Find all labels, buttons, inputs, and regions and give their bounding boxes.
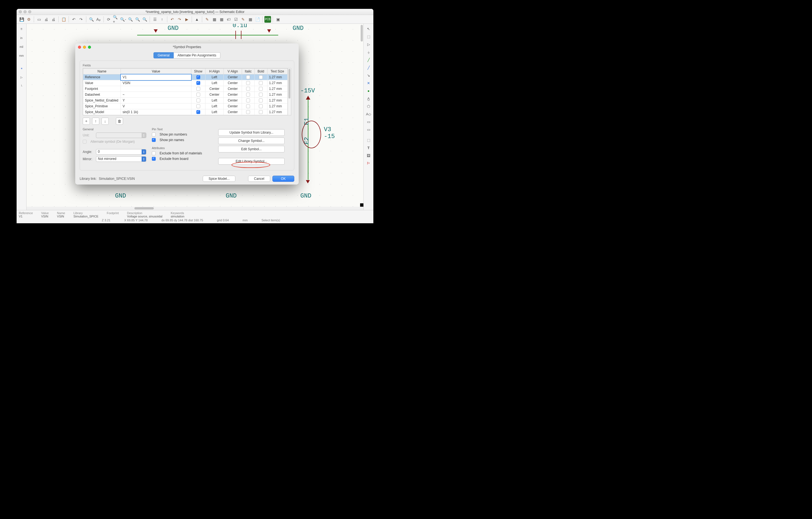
show-pin-numbers-checkbox[interactable] <box>152 133 156 136</box>
bom-export-icon[interactable]: 📄 <box>254 16 261 23</box>
zoom-sel-icon[interactable]: 🔍 <box>134 16 141 23</box>
field-row[interactable]: ReferenceV1LeftCenter1.27 mm <box>83 75 288 80</box>
add-global-label-icon[interactable]: ⬠ <box>365 103 372 110</box>
script-icon[interactable]: ▣ <box>274 16 281 23</box>
zoom-fit-icon[interactable]: 🔍 <box>127 16 134 23</box>
mirror-select[interactable]: Not mirrored▲▼ <box>96 156 146 162</box>
mirror-h-icon[interactable]: ▶ <box>183 16 190 23</box>
field-row[interactable]: ValueVSINLeftCenter1.27 mm <box>83 80 288 86</box>
checkbox[interactable] <box>196 75 200 79</box>
hierarchy-icon[interactable]: ☰ <box>151 16 158 23</box>
units-mil-icon[interactable]: mil <box>18 43 25 50</box>
checkbox[interactable] <box>246 87 250 91</box>
import-sheet-pin-icon[interactable]: ▭ <box>365 126 372 133</box>
add-symbol-icon[interactable]: ▷ <box>365 41 372 48</box>
checkbox[interactable] <box>259 98 263 103</box>
field-row[interactable]: FootprintCenterCenter1.27 mm <box>83 86 288 92</box>
hidden-pins-icon[interactable]: ▷ <box>18 74 25 81</box>
tab-alternate-pins[interactable]: Alternate Pin Assignments <box>174 52 221 58</box>
paste-icon[interactable]: 📋 <box>60 16 67 23</box>
checkbox[interactable] <box>196 81 200 85</box>
edit-library-symbol-button[interactable]: Edit Library Symbol... <box>218 158 285 165</box>
zoom-in-icon[interactable]: 🔍+ <box>113 16 119 23</box>
checkbox[interactable] <box>246 93 250 96</box>
checkbox[interactable] <box>246 110 250 114</box>
column-header[interactable]: Bold <box>255 68 267 75</box>
up-icon[interactable]: ↑ <box>159 16 165 23</box>
checkbox[interactable] <box>259 87 263 91</box>
units-in-icon[interactable]: in <box>18 34 25 41</box>
add-label-icon[interactable]: A̲ <box>365 95 372 102</box>
column-header[interactable]: Name <box>83 68 121 75</box>
add-power-icon[interactable]: ⏚ <box>365 49 372 55</box>
checkbox[interactable] <box>196 104 200 108</box>
delete-field-button[interactable]: 🗑 <box>116 118 123 125</box>
checkbox[interactable] <box>259 93 263 96</box>
add-wire-entry-icon[interactable]: ↘ <box>365 72 372 79</box>
add-junction-icon[interactable]: ● <box>365 87 372 94</box>
edit-symbol-button[interactable]: Edit Symbol... <box>218 146 285 152</box>
field-row[interactable]: Spice_PrimitiveVLeftCenter1.27 mm <box>83 104 288 109</box>
ok-button[interactable]: OK <box>272 176 294 182</box>
annotate-icon[interactable]: 🏷 <box>225 16 232 23</box>
checkbox[interactable] <box>246 98 250 103</box>
select-tool-icon[interactable]: ↖ <box>365 25 372 32</box>
field-row[interactable]: Spice_Netlist_EnabledYLeftCenter1.27 mm <box>83 98 288 104</box>
change-symbol-button[interactable]: Change Symbol... <box>218 138 285 144</box>
grid-toggle-icon[interactable]: ⠿ <box>18 25 25 33</box>
move-up-button[interactable]: ↑ <box>92 118 99 125</box>
add-noconnect-icon[interactable]: ✕ <box>365 80 372 86</box>
add-wire-icon[interactable]: ╱ <box>365 56 372 63</box>
find-icon[interactable]: 🔍 <box>88 16 94 23</box>
move-down-button[interactable]: ↓ <box>102 118 109 125</box>
cursor-shape-icon[interactable]: ✶ <box>18 65 25 72</box>
checkbox[interactable] <box>246 104 250 108</box>
footprint-assign-icon[interactable]: ▦ <box>218 16 225 23</box>
spice-model-button[interactable]: Spice Model... <box>203 176 235 182</box>
cancel-button[interactable]: Cancel <box>248 176 270 182</box>
add-bus-icon[interactable]: ╱ <box>365 64 372 71</box>
column-header[interactable]: Show <box>191 68 205 75</box>
zoom-out-icon[interactable]: 🔍- <box>120 16 126 23</box>
plot-icon[interactable]: 🖨 <box>50 16 57 23</box>
redo-icon[interactable]: ↷ <box>78 16 84 23</box>
highlight-net-icon[interactable]: ⬚ <box>365 33 372 40</box>
netlist-icon[interactable]: ✎ <box>240 16 246 23</box>
rotate-ccw-icon[interactable]: ↶ <box>169 16 176 23</box>
angle-select[interactable]: 0▲▼ <box>96 149 146 155</box>
checkbox[interactable] <box>259 81 263 85</box>
units-mm-icon[interactable]: mm <box>18 52 25 59</box>
save-icon[interactable]: 💾 <box>18 16 25 23</box>
fields-icon[interactable]: ▦ <box>247 16 254 23</box>
field-row[interactable]: Datasheet~CenterCenter1.27 mm <box>83 92 288 98</box>
checkbox[interactable] <box>259 104 263 108</box>
print-icon[interactable]: 🖨 <box>43 16 50 23</box>
checkbox[interactable] <box>246 75 250 79</box>
column-header[interactable]: Text Size <box>267 68 287 75</box>
field-row[interactable]: Spice_Modelsin(0 1 1k)LeftCenter1.27 mm <box>83 109 288 115</box>
add-line-icon[interactable]: ⬚ <box>365 137 372 143</box>
tab-general[interactable]: General <box>153 52 174 58</box>
fields-grid[interactable]: NameValueShowH AlignV AlignItalicBoldTex… <box>83 68 288 115</box>
refresh-icon[interactable]: ⟳ <box>105 16 112 23</box>
exclude-bom-checkbox[interactable] <box>152 151 156 155</box>
add-text-icon[interactable]: T <box>365 144 372 151</box>
show-pin-names-checkbox[interactable] <box>152 138 156 142</box>
symbol-editor-icon[interactable]: ▦ <box>211 16 218 23</box>
pcb-icon[interactable]: PCB <box>264 16 271 23</box>
mirror-v-icon[interactable]: ▲ <box>194 16 200 23</box>
checkbox[interactable] <box>196 93 200 96</box>
column-header[interactable]: H Align <box>205 68 224 75</box>
fields-scrollbar[interactable] <box>288 68 291 115</box>
checkbox[interactable] <box>196 110 200 114</box>
exclude-board-checkbox[interactable] <box>152 157 156 161</box>
rotate-cw-icon[interactable]: ↷ <box>176 16 183 23</box>
column-header[interactable]: Italic <box>242 68 255 75</box>
checkbox[interactable] <box>259 110 263 114</box>
hierarchy-tree-icon[interactable]: └ <box>18 82 25 90</box>
checkbox[interactable] <box>196 98 200 103</box>
bom-icon[interactable]: ☑ <box>233 16 239 23</box>
v-scrollbar[interactable] <box>360 24 364 207</box>
update-symbol-button[interactable]: Update Symbol from Library... <box>218 129 285 136</box>
add-field-button[interactable]: ＋ <box>83 118 90 125</box>
